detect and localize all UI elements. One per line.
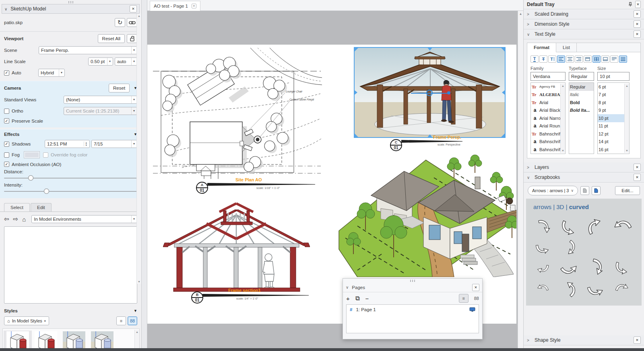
- selection-handle[interactable]: [354, 90, 357, 95]
- canvas-scrollbar[interactable]: ▲: [518, 11, 523, 348]
- curved-arrow-icon[interactable]: [609, 257, 636, 278]
- selection-handle[interactable]: [500, 133, 506, 138]
- pages-drag-grip[interactable]: [343, 279, 482, 283]
- collapse-chevron-icon[interactable]: ∨: [4, 7, 7, 11]
- font-family-item[interactable]: aBahnschrif: [531, 146, 561, 154]
- pages-list[interactable]: # 1: Page 1: [346, 304, 479, 333]
- collapse-chevron-icon[interactable]: ∨: [346, 285, 349, 289]
- fog-color-swatch[interactable]: [24, 151, 40, 158]
- duplicate-page-button[interactable]: ⧉: [355, 295, 360, 302]
- selection-handle[interactable]: [354, 133, 359, 138]
- font-family-item[interactable]: TrALGERIAN: [531, 91, 561, 99]
- forward-arrow-icon[interactable]: ⇨: [13, 216, 19, 223]
- scrapbook-edit-button[interactable]: Edit...: [615, 186, 640, 195]
- house-aerial-render[interactable]: [333, 154, 516, 277]
- size-list-scrollbar[interactable]: ▲▼: [624, 84, 629, 153]
- curved-arrow-icon[interactable]: [529, 238, 556, 257]
- camera-reset-button[interactable]: Reset: [109, 84, 130, 92]
- pages-panel[interactable]: ∨ Pages ✕ + ⧉ − ≡ 88 # 1: Page 1: [343, 278, 483, 339]
- scrapbook-collection-dropdown[interactable]: Arrows : arrows | 3 ∨: [528, 186, 578, 195]
- line-scale-mode-combo[interactable]: auto▾: [115, 57, 137, 66]
- distance-slider[interactable]: [4, 175, 137, 181]
- close-icon[interactable]: ✕: [635, 1, 641, 8]
- close-icon[interactable]: ✕: [634, 174, 641, 181]
- section-text-style[interactable]: ∨ Text Style ✕: [524, 29, 644, 39]
- home-icon[interactable]: ⌂: [22, 216, 26, 223]
- close-icon[interactable]: ✕: [634, 21, 641, 28]
- curved-arrow-icon[interactable]: [529, 257, 556, 278]
- scene-dropdown[interactable]: Frame Persp.▾: [39, 46, 137, 54]
- close-icon[interactable]: ✕: [472, 284, 479, 291]
- rotate-pivot-circle[interactable]: [426, 90, 433, 96]
- site-plan-drawing[interactable]: [150, 46, 323, 179]
- curved-arrow-icon[interactable]: [556, 257, 582, 278]
- preserve-scale-checkbox[interactable]: ✓: [4, 118, 9, 123]
- curved-arrow-icon[interactable]: [609, 216, 636, 238]
- pin-icon[interactable]: [628, 2, 633, 7]
- curved-arrow-icon[interactable]: [529, 278, 556, 300]
- reset-all-button[interactable]: Reset All: [98, 34, 125, 43]
- scrapbook-preview[interactable]: arrows | 3D | curved: [526, 199, 642, 306]
- vertical-text-button[interactable]: T: [548, 55, 556, 63]
- font-family-item[interactable]: aBahnschrif: [531, 138, 561, 146]
- section-scrapbooks[interactable]: ∨ Scrapbooks ✕: [524, 172, 644, 183]
- font-family-item[interactable]: aArial Narro: [531, 114, 561, 122]
- selection-handle[interactable]: [500, 47, 506, 52]
- close-icon[interactable]: ✕: [130, 5, 137, 12]
- justify-left-button[interactable]: [610, 55, 618, 63]
- curved-arrow-icon[interactable]: [529, 216, 556, 238]
- typeface-input[interactable]: Regular: [569, 72, 594, 81]
- align-right-button[interactable]: [575, 55, 583, 63]
- strikethrough-button[interactable]: T: [539, 55, 547, 63]
- delete-page-button[interactable]: −: [365, 295, 369, 302]
- spinner-arrows-icon[interactable]: ▲▼: [84, 142, 87, 146]
- underline-button[interactable]: T: [530, 55, 539, 63]
- fog-checkbox[interactable]: ✓: [4, 152, 9, 158]
- scrapbook-new-page-button[interactable]: [592, 186, 601, 195]
- pages-grid-view-button[interactable]: 88: [474, 296, 479, 301]
- align-center-button[interactable]: [566, 55, 574, 63]
- auto-checkbox[interactable]: ✓: [4, 70, 9, 76]
- font-family-item[interactable]: TrAgency FB: [531, 83, 561, 91]
- section-scaled-drawing[interactable]: > Scaled Drawing ✕: [524, 9, 644, 19]
- family-list[interactable]: TrAgency FB TrALGERIAN TrArial aArial Bl…: [530, 82, 566, 154]
- styles-source-dropdown[interactable]: ⌂ In Model Styles ▾: [4, 316, 49, 325]
- justify-full-button[interactable]: [619, 55, 627, 63]
- size-item[interactable]: 11 pt: [598, 122, 625, 130]
- section-layers[interactable]: > Layers ✕: [524, 162, 644, 172]
- curved-arrow-icon[interactable]: [609, 278, 636, 300]
- size-item[interactable]: 7 pt: [598, 91, 625, 99]
- selection-handle[interactable]: [427, 47, 433, 51]
- typeface-item[interactable]: Bold Ita...: [569, 107, 594, 115]
- frame-section-drawing[interactable]: [163, 199, 310, 295]
- family-list-scrollbar[interactable]: ▲▼: [560, 84, 565, 153]
- styles-grid-view-button[interactable]: 88: [128, 316, 137, 325]
- align-left-button[interactable]: [557, 55, 565, 63]
- close-icon[interactable]: ✕: [634, 31, 641, 38]
- size-item[interactable]: 6 pt: [598, 83, 625, 91]
- scrapbook-page-button[interactable]: [580, 186, 589, 195]
- size-item[interactable]: 18 pt: [598, 154, 625, 154]
- tab-list[interactable]: List: [556, 43, 577, 52]
- anchor-center-button[interactable]: [592, 55, 601, 63]
- environments-dropdown[interactable]: In Model Environments▾: [31, 215, 137, 223]
- selection-handle[interactable]: [354, 47, 359, 52]
- drawing-canvas[interactable]: Lounger Chair Custom Stone Firepit Site …: [147, 11, 523, 348]
- curved-arrow-icon[interactable]: [582, 216, 609, 238]
- section-collapse-triangle-icon[interactable]: ▼: [134, 309, 137, 313]
- intensity-slider-thumb[interactable]: [44, 189, 49, 194]
- panel-scrollbar[interactable]: ▲▼: [136, 14, 141, 284]
- curved-arrow-icon[interactable]: [582, 278, 609, 300]
- environments-list[interactable]: [4, 226, 137, 304]
- typeface-list[interactable]: Regular Italic Bold Bold Ita...: [569, 82, 594, 154]
- callout-bubble[interactable]: A 01: [196, 182, 208, 194]
- close-tab-icon[interactable]: ✕: [192, 4, 196, 8]
- typeface-item[interactable]: Regular: [569, 83, 594, 91]
- curved-arrow-icon[interactable]: [556, 216, 582, 238]
- shadow-time-spinner[interactable]: 12:51 PM ▲▼: [45, 140, 90, 148]
- close-icon[interactable]: ✕: [634, 10, 641, 18]
- panel-drag-grip[interactable]: [0, 0, 141, 4]
- size-input[interactable]: 10 pt: [597, 72, 630, 81]
- add-page-button[interactable]: +: [346, 295, 350, 302]
- selection-handle[interactable]: [502, 90, 506, 95]
